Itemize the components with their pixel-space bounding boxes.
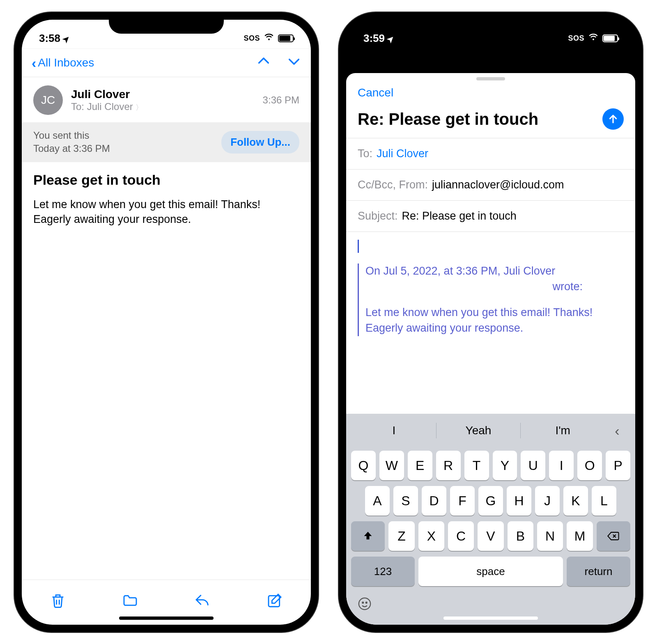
key-row-1: Q W E R T Y U I O P	[349, 451, 633, 480]
compose-title: Re: Please get in touch	[358, 110, 597, 128]
battery-icon	[278, 34, 294, 42]
wifi-icon	[264, 33, 274, 44]
key-l[interactable]: L	[592, 486, 616, 516]
to-field[interactable]: To: Juli Clover	[346, 138, 635, 169]
trash-button[interactable]	[50, 592, 66, 613]
to-label: To:	[358, 147, 372, 160]
recipient-line[interactable]: To: Juli Clover 〉	[71, 101, 255, 112]
key-n[interactable]: N	[537, 521, 563, 551]
quote-header: On Jul 5, 2022, at 3:36 PM, Juli Clover	[365, 265, 555, 277]
banner-line2: Today at 3:36 PM	[33, 142, 110, 155]
svg-point-3	[366, 602, 367, 603]
key-u[interactable]: U	[521, 451, 545, 480]
sender-row[interactable]: JC Juli Clover To: Juli Clover 〉 3:36 PM	[22, 77, 311, 122]
key-s[interactable]: S	[393, 486, 418, 516]
phone-compose-view: 3:59 SOS Cancel Re: Please get in touch	[339, 12, 643, 632]
sheet-grabber[interactable]	[476, 77, 505, 80]
home-indicator[interactable]	[119, 616, 214, 620]
key-c[interactable]: C	[448, 521, 474, 551]
text-cursor	[358, 240, 359, 253]
key-b[interactable]: B	[508, 521, 533, 551]
back-label: All Inboxes	[38, 56, 94, 69]
phone-notch	[109, 12, 224, 34]
backspace-key[interactable]	[597, 521, 630, 551]
from-address: juliannaclover@icloud.com	[432, 179, 564, 191]
key-x[interactable]: X	[418, 521, 444, 551]
message-time: 3:36 PM	[263, 94, 299, 106]
banner-line1: You sent this	[33, 129, 110, 142]
ccbcc-label: Cc/Bcc, From:	[358, 179, 428, 191]
suggestion-bar: I Yeah I'm ‹	[349, 419, 633, 445]
message-subject: Please get in touch	[22, 162, 311, 192]
ccbcc-from-field[interactable]: Cc/Bcc, From: juliannaclover@icloud.com	[346, 169, 635, 200]
key-y[interactable]: Y	[493, 451, 517, 480]
key-e[interactable]: E	[408, 451, 432, 480]
prev-message-button[interactable]	[257, 54, 271, 72]
subject-label: Subject:	[358, 210, 398, 222]
cancel-button[interactable]: Cancel	[358, 86, 393, 99]
key-o[interactable]: O	[577, 451, 602, 480]
key-t[interactable]: T	[464, 451, 489, 480]
emoji-key[interactable]	[358, 598, 372, 614]
suggestion-1[interactable]: I	[352, 424, 436, 437]
message-body: Let me know when you get this email! Tha…	[22, 192, 311, 232]
key-w[interactable]: W	[379, 451, 404, 480]
status-time: 3:59	[363, 32, 385, 45]
key-v[interactable]: V	[478, 521, 503, 551]
compose-body[interactable]: On Jul 5, 2022, at 3:36 PM, Juli Clover …	[346, 231, 635, 414]
key-z[interactable]: Z	[388, 521, 414, 551]
key-p[interactable]: P	[606, 451, 630, 480]
suggestion-3[interactable]: I'm	[521, 424, 605, 437]
key-f[interactable]: F	[450, 486, 475, 516]
to-label: To:	[71, 101, 84, 112]
follow-up-button[interactable]: Follow Up...	[221, 131, 299, 154]
key-m[interactable]: M	[567, 521, 593, 551]
key-a[interactable]: A	[365, 486, 390, 516]
mail-nav-bar: ‹ All Inboxes	[22, 48, 311, 77]
phone-mail-view: 3:58 SOS ‹ All Inboxes	[14, 12, 318, 632]
next-message-button[interactable]	[287, 54, 301, 72]
svg-point-1	[359, 598, 370, 610]
move-button[interactable]	[122, 592, 138, 613]
avatar: JC	[33, 85, 63, 115]
key-q[interactable]: Q	[351, 451, 376, 480]
quote-body: Let me know when you get this email! Tha…	[365, 305, 624, 336]
suggestion-2[interactable]: Yeah	[436, 424, 521, 437]
phone-notch	[433, 12, 548, 34]
key-g[interactable]: G	[478, 486, 503, 516]
key-row-2: A S D F G H J K L	[349, 486, 633, 516]
subject-value: Re: Please get in touch	[402, 210, 517, 222]
key-i[interactable]: I	[549, 451, 574, 480]
home-indicator[interactable]	[443, 616, 538, 620]
key-k[interactable]: K	[563, 486, 588, 516]
key-j[interactable]: J	[535, 486, 560, 516]
chevron-right-icon: 〉	[136, 103, 143, 112]
key-r[interactable]: R	[436, 451, 461, 480]
subject-field[interactable]: Subject: Re: Please get in touch	[346, 200, 635, 231]
key-h[interactable]: H	[507, 486, 531, 516]
followup-banner: You sent this Today at 3:36 PM Follow Up…	[22, 122, 311, 162]
chevron-left-icon: ‹	[32, 55, 36, 71]
send-button[interactable]	[602, 108, 624, 130]
space-key[interactable]: space	[418, 557, 563, 586]
wifi-icon	[588, 33, 598, 44]
collapse-suggestions-icon[interactable]: ‹	[605, 423, 629, 439]
svg-rect-0	[269, 596, 280, 607]
location-icon	[387, 32, 394, 45]
recipient-chip[interactable]: Juli Clover	[377, 147, 428, 160]
shift-key[interactable]	[351, 521, 385, 551]
keyboard: I Yeah I'm ‹ Q W E R T Y U I O	[346, 414, 635, 625]
compose-button[interactable]	[266, 592, 283, 613]
numbers-key[interactable]: 123	[351, 557, 415, 586]
reply-button[interactable]	[194, 592, 211, 613]
sender-name: Juli Clover	[71, 88, 255, 101]
key-d[interactable]: D	[422, 486, 446, 516]
back-button[interactable]: ‹ All Inboxes	[32, 55, 94, 71]
status-sos: SOS	[568, 34, 584, 43]
key-row-3: Z X C V B N M	[349, 521, 633, 551]
compose-sheet: Cancel Re: Please get in touch To: Juli …	[346, 73, 635, 625]
to-name: Juli Clover	[87, 101, 133, 112]
quoted-message: On Jul 5, 2022, at 3:36 PM, Juli Clover …	[358, 264, 624, 336]
return-key[interactable]: return	[567, 557, 630, 586]
key-row-4: 123 space return	[349, 557, 633, 586]
